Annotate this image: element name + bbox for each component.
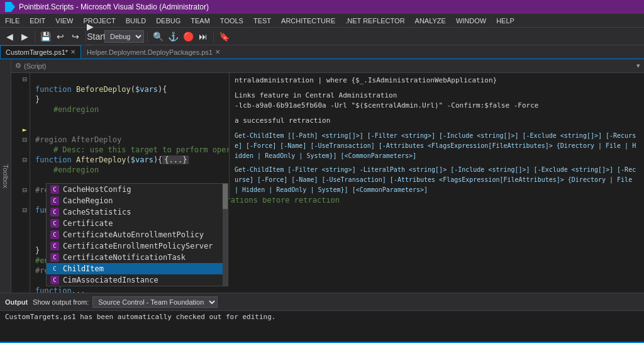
toolbox-sidebar[interactable]: Toolbox (0, 59, 11, 293)
ac-icon-5: C (50, 242, 59, 250)
menu-team[interactable]: TEAM (186, 14, 215, 27)
output-panel: CustomTargets.ps1 has been automatically… (0, 310, 644, 342)
start-btn[interactable]: ▶ Start ▾ (89, 30, 103, 43)
main-layout: Toolbox ⚙ (Script) ▾ ⊟ ► ⊟ ⊟ (0, 59, 644, 293)
tooltip-line-4 (235, 111, 639, 116)
ac-label-4: CertificateAutoEnrollmentPolicy (63, 230, 204, 239)
title-bar: Pointbird.Scripts - Microsoft Visual Stu… (0, 0, 644, 14)
menu-build[interactable]: BUILD (121, 14, 151, 27)
find-btn[interactable]: 🔍 (151, 30, 165, 43)
ac-label-6: CertificateNotificationTask (63, 253, 186, 262)
output-content: CustomTargets.ps1 has been automatically… (0, 311, 644, 323)
ac-item-1[interactable]: C CacheRegion (47, 195, 228, 206)
line-numbers: ⊟ ► ⊟ ⊟ ⊟ ⊟ (11, 73, 30, 293)
app-title: Pointbird.Scripts - Microsoft Visual Stu… (19, 3, 209, 11)
forward-btn[interactable]: ▶ (18, 30, 31, 43)
ac-icon-2: C (50, 208, 59, 216)
menu-net-reflector[interactable]: .NET REFLECTOR (340, 14, 409, 27)
tooltip-line-5: a successful retraction (235, 116, 639, 126)
ac-item-5[interactable]: C CertificateEnrollmentPolicyServer (47, 240, 228, 252)
tooltip-line-9: Get-ChildItem [-Filter <string>] -Litera… (235, 165, 639, 195)
ac-item-6[interactable]: C CertificateNotificationTask (47, 252, 228, 263)
show-output-label: Show output from: (33, 298, 89, 306)
ac-icon-0: C (50, 185, 59, 194)
ac-item-3[interactable]: C Certificate (47, 218, 228, 229)
ac-label-0: CacheHostConfig (63, 185, 131, 194)
ac-item-0[interactable]: C CacheHostConfig (47, 184, 228, 195)
ac-icon-1: C (50, 196, 59, 205)
bookmark-btn[interactable]: 🔖 (217, 30, 231, 43)
ac-label-2: CacheStatistics (63, 208, 131, 216)
sep4 (213, 31, 214, 42)
breakpoint-btn[interactable]: 🔴 (181, 30, 195, 43)
ac-item-2[interactable]: C CacheStatistics (47, 206, 228, 218)
sep2 (86, 31, 86, 42)
ac-item-8[interactable]: C CimAssociatedInstance (47, 274, 228, 286)
ac-label-1: CacheRegion (63, 196, 113, 205)
script-breadcrumb: ⚙ (Script) ▾ (11, 59, 644, 73)
ac-label-7: ChildItem (63, 264, 104, 273)
vs-logo-icon (5, 2, 15, 12)
editor-area: ⚙ (Script) ▾ ⊟ ► ⊟ ⊟ ⊟ ⊟ (11, 59, 644, 293)
ac-icon-8: C (50, 276, 59, 284)
menu-view[interactable]: VIEW (50, 14, 78, 27)
tab-helper[interactable]: Helper.Deployment.DeployPackages.ps1 ✕ (81, 45, 226, 59)
ac-icon-4: C (50, 230, 59, 239)
autocomplete-dropdown: C CacheHostConfig C CacheRegion C CacheS… (46, 183, 228, 286)
menu-help[interactable]: HELP (491, 14, 519, 27)
ac-scrollbar-thumb (223, 184, 228, 209)
breadcrumb-dropdown[interactable]: ▾ (636, 62, 640, 70)
menu-architecture[interactable]: ARCHITECTURE (276, 14, 340, 27)
ac-item-7[interactable]: C ChildItem (47, 263, 228, 274)
step-btn[interactable]: ⏭ (196, 30, 210, 43)
tooltip-line-3: -lcb-a9a0-6b91ae5fb60a -Url "$($centralA… (235, 101, 639, 111)
tooltip-line-2: Links feature in Central Administration (235, 91, 639, 101)
menu-test[interactable]: TEST (248, 14, 276, 27)
debug-dropdown[interactable]: Debug (104, 30, 144, 43)
breadcrumb-icon: ⚙ (15, 62, 21, 70)
tooltip-line-1 (235, 86, 639, 91)
tab-helper-label: Helper.Deployment.DeployPackages.ps1 (87, 48, 213, 56)
toolbar: ◀ ▶ 💾 ↩ ↪ ▶ Start ▾ Debug 🔍 ⚓ 🔴 ⏭ 🔖 (0, 28, 644, 45)
menu-file[interactable]: FILE (0, 14, 25, 27)
ac-icon-3: C (50, 219, 59, 228)
tooltip-line-6 (235, 126, 639, 131)
redo-btn[interactable]: ↪ (69, 30, 82, 43)
ac-label-3: Certificate (63, 219, 113, 228)
tooltip-panel: ntraladministration | where {$_.IsAdmini… (229, 73, 644, 198)
output-label: Output (5, 298, 28, 306)
tabs-bar: CustomTargets.ps1* ✕ Helper.Deployment.D… (0, 45, 644, 59)
menu-tools[interactable]: TOOLS (215, 14, 248, 27)
tab-helper-close[interactable]: ✕ (215, 48, 220, 55)
menu-analyze[interactable]: ANALYZE (410, 14, 451, 27)
sep1 (35, 31, 35, 42)
ac-label-8: CimAssociatedInstance (63, 276, 158, 284)
ac-scrollbar[interactable] (223, 184, 228, 286)
tooltip-line-0: ntraladministration | where {$_.IsAdmini… (235, 76, 639, 86)
attach-btn[interactable]: ⚓ (166, 30, 180, 43)
tab-customtargets-close[interactable]: ✕ (70, 48, 75, 55)
save-btn[interactable]: 💾 (38, 30, 52, 43)
ac-icon-6: C (50, 253, 59, 262)
menu-edit[interactable]: EDIT (25, 14, 50, 27)
ac-item-4[interactable]: C CertificateAutoEnrollmentPolicy (47, 229, 228, 240)
breadcrumb-scope: (Script) (24, 62, 46, 70)
ac-icon-7: C (50, 264, 59, 273)
output-bar: Output Show output from: Source Control … (0, 293, 644, 310)
tab-customtargets[interactable]: CustomTargets.ps1* ✕ (0, 45, 81, 59)
menu-window[interactable]: WINDOW (451, 14, 491, 27)
menu-debug[interactable]: DEBUG (151, 14, 186, 27)
ac-label-5: CertificateEnrollmentPolicyServer (63, 242, 213, 250)
toolbox-label: Toolbox (2, 164, 9, 188)
output-source-select[interactable]: Source Control - Team Foundation (92, 296, 218, 308)
tab-customtargets-label: CustomTargets.ps1* (6, 48, 68, 56)
back-btn[interactable]: ◀ (3, 30, 16, 43)
tooltip-line-7: Get-ChildItem [[-Path] <string[]>] [-Fil… (235, 131, 639, 161)
code-area: ⊟ ► ⊟ ⊟ ⊟ ⊟ function BeforeD (11, 73, 644, 293)
undo-btn[interactable]: ↩ (53, 30, 67, 43)
sep3 (147, 31, 148, 42)
